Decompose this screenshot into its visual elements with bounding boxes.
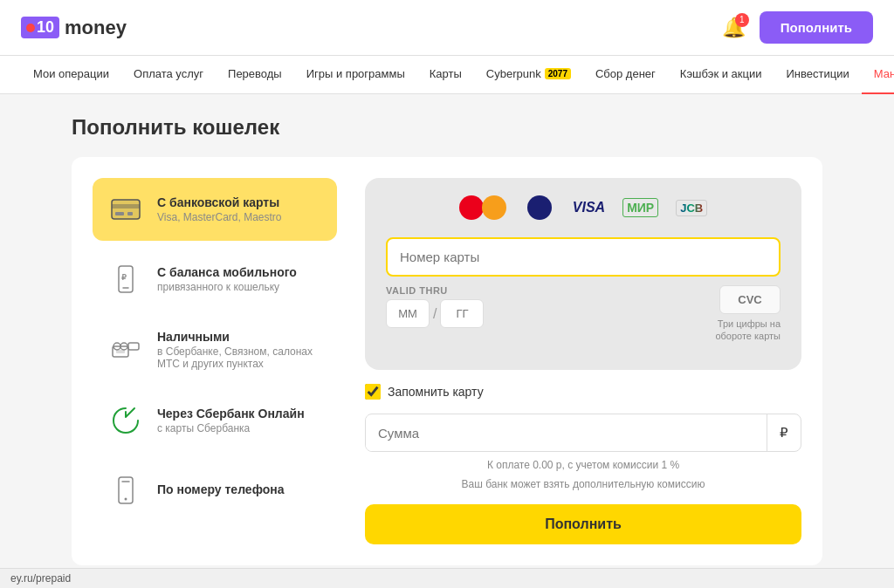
nav-cyberpunk-label: Cyberpunk	[486, 67, 541, 80]
remember-row: Запомнить карту	[365, 384, 801, 400]
mastercard-red-circle	[459, 195, 484, 220]
mir-logo: МИР	[622, 198, 658, 217]
sberbank-desc: с карты Сбербанка	[157, 422, 305, 434]
main-card: С банковской карты Visa, MasterCard, Mae…	[72, 157, 822, 565]
page-title: Пополнить кошелек	[72, 115, 822, 140]
mastercard-blue-circle	[527, 195, 552, 220]
amount-input-row: ₽	[365, 414, 801, 452]
card-number-input[interactable]	[386, 237, 781, 277]
logo: 10 money	[21, 17, 127, 39]
logo-icon: 10	[21, 17, 59, 38]
sberbank-name: Через Сбербанк Онлайн	[157, 407, 305, 420]
nav-my-operations[interactable]: Мои операции	[21, 56, 121, 94]
amount-info-line2: Ваш банк может взять дополнительную коми…	[365, 478, 801, 490]
month-input[interactable]	[386, 299, 430, 328]
mobile-info: С баланса мобильного привязанного к коше…	[157, 265, 297, 293]
payment-methods-list: С банковской карты Visa, MasterCard, Mae…	[93, 178, 337, 544]
method-bank-card[interactable]: С банковской карты Visa, MasterCard, Mae…	[93, 178, 337, 241]
mobile-name: С баланса мобильного	[157, 265, 297, 279]
status-bar: ey.ru/prepaid	[0, 568, 894, 586]
nav-investments[interactable]: Инвестиции	[774, 56, 861, 94]
year-input[interactable]	[440, 299, 484, 328]
sberbank-info: Через Сбербанк Онлайн с карты Сбербанка	[157, 407, 305, 434]
svg-point-14	[125, 498, 127, 501]
svg-rect-12	[128, 343, 139, 350]
valid-thru-section: VALID THRU /	[386, 285, 484, 328]
bank-card-desc: Visa, MasterCard, Maestro	[157, 211, 282, 223]
main-topup-button[interactable]: Пополнить	[365, 504, 801, 544]
bell-badge: 1	[735, 13, 749, 27]
cvc-section: Три цифры на обороте карты	[711, 285, 781, 343]
method-sberbank[interactable]: Через Сбербанк Онлайн с карты Сбербанка	[93, 389, 337, 452]
bell-button[interactable]: 🔔 1	[722, 17, 746, 39]
nav-more[interactable]: Ман...	[862, 56, 894, 94]
nav-games[interactable]: Игры и программы	[294, 56, 417, 94]
amount-info-line1: К оплате 0.00 р, с учетом комиссии 1 %	[365, 459, 801, 471]
phone-info: По номеру телефона	[157, 482, 285, 498]
jcb-logo: JCB	[676, 200, 707, 216]
bank-card-icon	[107, 190, 145, 229]
svg-rect-0	[112, 200, 140, 219]
cash-icon	[107, 331, 145, 369]
cash-desc: в Сбербанке, Связном, салонах МТС и друг…	[157, 345, 323, 370]
amount-input[interactable]	[366, 415, 767, 451]
header-right: 🔔 1 Пополнить	[722, 11, 873, 44]
cvc-hint: Три цифры на обороте карты	[711, 318, 781, 343]
valid-thru-label: VALID THRU	[386, 285, 484, 296]
currency-symbol: ₽	[767, 414, 801, 451]
header: 10 money 🔔 1 Пополнить	[0, 0, 894, 56]
remember-checkbox[interactable]	[365, 384, 381, 400]
amount-section: ₽ К оплате 0.00 р, с учетом комиссии 1 %…	[365, 414, 801, 490]
valid-thru-row: VALID THRU / Три цифры на обороте карты	[386, 285, 781, 343]
bank-card-info: С банковской карты Visa, MasterCard, Mae…	[157, 195, 282, 223]
svg-text:₽: ₽	[121, 273, 127, 282]
card-visual: VISA МИР JCB VALID THRU /	[365, 178, 801, 370]
visa-logo: VISA	[573, 200, 605, 215]
card-logos: VISA МИР JCB	[386, 195, 781, 220]
nav-cyberpunk[interactable]: Cyberpunk 2077	[474, 56, 583, 94]
nav-collect-money[interactable]: Сбор денег	[583, 56, 668, 94]
cash-name: Наличными	[157, 330, 323, 344]
svg-rect-4	[127, 212, 133, 215]
nav-payment-services[interactable]: Оплата услуг	[121, 56, 216, 94]
header-topup-button[interactable]: Пополнить	[760, 11, 873, 44]
cyberpunk-badge: 2077	[545, 68, 571, 79]
cvc-input[interactable]	[719, 285, 781, 314]
phone-name: По номеру телефона	[157, 482, 285, 496]
svg-rect-3	[115, 212, 124, 215]
nav-cashback[interactable]: Кэшбэк и акции	[668, 56, 774, 94]
cash-info: Наличными в Сбербанке, Связном, салонах …	[157, 330, 323, 370]
nav-cards[interactable]: Карты	[417, 56, 474, 94]
mobile-icon: ₽	[107, 260, 145, 298]
phone-icon	[107, 471, 145, 509]
page-content: Пополнить кошелек С банковской карты	[54, 115, 840, 565]
date-separator: /	[433, 306, 437, 322]
main-nav: Мои операции Оплата услуг Переводы Игры …	[0, 56, 894, 94]
nav-transfers[interactable]: Переводы	[216, 56, 294, 94]
date-inputs: /	[386, 299, 484, 328]
method-phone[interactable]: По номеру телефона	[93, 459, 337, 522]
mobile-desc: привязанного к кошельку	[157, 281, 297, 293]
remember-label: Запомнить карту	[388, 385, 484, 399]
logo-number: 10	[37, 18, 54, 37]
mastercard-orange-circle	[482, 195, 506, 220]
method-cash[interactable]: Наличными в Сбербанке, Связном, салонах …	[93, 318, 337, 382]
method-mobile[interactable]: ₽ С баланса мобильного привязанного к ко…	[93, 248, 337, 311]
card-form-area: VISA МИР JCB VALID THRU /	[365, 178, 801, 544]
status-url: ey.ru/prepaid	[10, 572, 71, 585]
sberbank-icon	[107, 401, 145, 440]
bank-card-name: С банковской карты	[157, 195, 282, 209]
svg-rect-2	[112, 204, 140, 209]
logo-text: money	[65, 17, 127, 39]
logo-dot	[26, 24, 35, 32]
